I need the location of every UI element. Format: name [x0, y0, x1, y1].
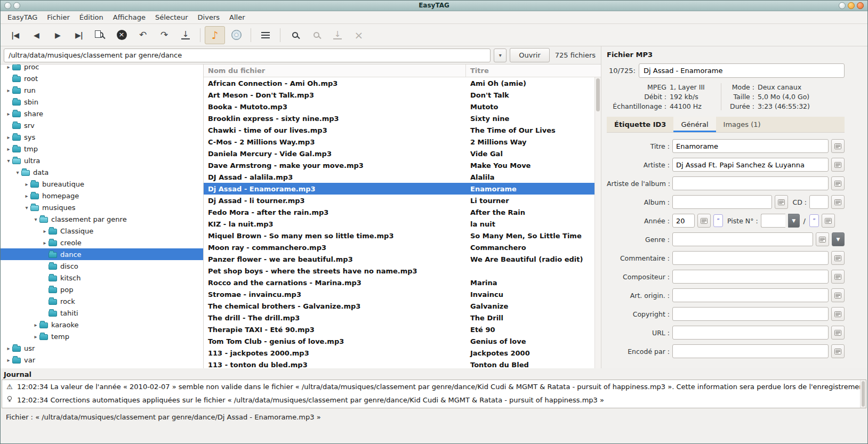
expander-closed-icon[interactable]: ▸ — [5, 64, 12, 70]
tree-item-share[interactable]: ▸share — [1, 108, 203, 119]
expander-open-icon[interactable]: ▾ — [14, 169, 21, 175]
file-row[interactable]: African Connection - Ami Oh.mp3Ami Oh (a… — [204, 77, 601, 89]
apply-year-to-selection-button[interactable] — [697, 214, 711, 228]
file-row[interactable]: 113 - tonton du bled.mp3Tonton du Bled — [204, 359, 601, 368]
filename-input[interactable] — [639, 63, 845, 78]
file-row[interactable]: Pet shop boys - where the streets have n… — [204, 265, 601, 277]
remove-tags-button[interactable]: × — [111, 26, 132, 44]
tree-item-dance[interactable]: dance — [1, 248, 203, 260]
file-row[interactable]: Art Meson - Don't Talk.mp3Don't Talk — [204, 89, 601, 101]
expander-closed-icon[interactable]: ▸ — [5, 87, 12, 93]
tree-item-srv[interactable]: srv — [1, 119, 203, 131]
apply-orig-artist-to-selection-button[interactable] — [831, 288, 845, 302]
year-repeat-button[interactable]: ” — [713, 214, 723, 227]
column-header-title[interactable]: Titre — [466, 64, 601, 77]
expander-closed-icon[interactable]: ▸ — [5, 357, 12, 363]
menu-item-divers[interactable]: Divers — [193, 11, 224, 23]
file-row[interactable]: KIZ - la nuit.mp3la nuit — [204, 218, 601, 230]
expander-closed-icon[interactable]: ▸ — [32, 334, 39, 340]
menu-item-selecteur[interactable]: Sélecteur — [150, 11, 193, 23]
expander-closed-icon[interactable]: ▸ — [32, 322, 39, 328]
apply-artist-to-selection-button[interactable] — [831, 158, 845, 172]
file-row[interactable]: Panzer flower - we are beautiful.mp3We A… — [204, 253, 601, 265]
expander-open-icon[interactable]: ▾ — [23, 205, 30, 211]
file-row[interactable]: Brooklin express - sixty nine.mp3Sixty n… — [204, 112, 601, 124]
composer-input[interactable] — [672, 270, 829, 284]
apply-album-to-selection-button[interactable] — [775, 195, 788, 209]
tree-item-karaoke[interactable]: ▸karaoke — [1, 319, 203, 330]
save-files-button[interactable]: ↓ — [175, 26, 196, 44]
file-row[interactable]: Therapie TAXI - Eté 90.mp3Eté 90 — [204, 324, 601, 335]
track-number-dropdown-button[interactable]: ▼ — [788, 214, 800, 228]
genre-dropdown-button[interactable]: ▼ — [832, 232, 845, 246]
apply-title-to-selection-button[interactable] — [831, 139, 845, 153]
tree-item-classement-par-genre[interactable]: ▾classement par genre — [1, 213, 203, 225]
tree-item-creole[interactable]: ▸creole — [1, 237, 203, 248]
file-row[interactable]: Dj Assad - Enamorame.mp3Enamorame — [204, 183, 601, 195]
replace-button[interactable] — [306, 26, 326, 44]
file-row[interactable]: Tom Tom Club - genius of love.mp3Genius … — [204, 335, 601, 347]
journal-scrollbar[interactable] — [860, 380, 866, 408]
close-button[interactable] — [857, 2, 864, 9]
redo-button[interactable]: ↷ — [154, 26, 174, 44]
menu-item-edition[interactable]: Édition — [75, 11, 108, 23]
file-row[interactable]: Rocco and the carnations - Marina.mp3Mar… — [204, 277, 601, 288]
tree-item-rock[interactable]: rock — [1, 295, 203, 307]
expander-closed-icon[interactable]: ▸ — [23, 193, 30, 199]
track-number-input[interactable] — [761, 214, 785, 228]
undo-button[interactable]: ↶ — [133, 26, 153, 44]
tree-item-tmp[interactable]: ▸tmp — [1, 143, 203, 155]
expander-open-icon[interactable]: ▾ — [5, 158, 12, 164]
tree-item-sbin[interactable]: sbin — [1, 96, 203, 108]
tree-item-var[interactable]: ▸var — [1, 354, 203, 366]
cd-input[interactable] — [809, 195, 829, 209]
expander-closed-icon[interactable]: ▸ — [5, 134, 12, 140]
file-row[interactable]: Dave Armstrong - make your move.mp3Make … — [204, 159, 601, 171]
apply-encoded-by-to-selection-button[interactable] — [831, 344, 845, 358]
music-note-button[interactable]: ♪ — [205, 26, 225, 44]
file-row[interactable]: Booka - Mutoto.mp3Mutoto — [204, 101, 601, 112]
tree-item-run[interactable]: ▸run — [1, 84, 203, 96]
tree-item-temp[interactable]: ▸temp — [1, 330, 203, 342]
tree-item-classique[interactable]: ▸Classique — [1, 225, 203, 237]
tree-item-homepage[interactable]: ▸homepage — [1, 190, 203, 201]
go-last-button[interactable]: ▶| — [69, 26, 89, 44]
path-input[interactable] — [4, 49, 491, 62]
tab-etiquette-id3[interactable]: Étiquette ID3 — [607, 117, 673, 132]
file-row[interactable]: Fedo Mora - after the rain.mp3After the … — [204, 206, 601, 218]
tab-general[interactable]: Général — [673, 117, 716, 132]
menu-item-fichier[interactable]: Fichier — [42, 11, 75, 23]
tree-item-bureautique[interactable]: ▸bureautique — [1, 178, 203, 190]
comment-input[interactable] — [672, 251, 829, 265]
tree-item-proc[interactable]: ▸proc — [1, 64, 203, 72]
orig-artist-input[interactable] — [672, 288, 829, 302]
expander-closed-icon[interactable]: ▸ — [5, 146, 12, 152]
menu-item-easytag[interactable]: EasyTAG — [3, 11, 42, 23]
tree-item-disco[interactable]: disco — [1, 260, 203, 272]
scrollbar-thumb[interactable] — [596, 78, 600, 111]
album-input[interactable] — [672, 195, 772, 209]
go-first-button[interactable]: |◀ — [5, 26, 25, 44]
track-repeat-button[interactable]: ” — [809, 214, 819, 227]
tree-item-pop[interactable]: pop — [1, 284, 203, 295]
maximize-button[interactable] — [848, 2, 855, 9]
album-artist-input[interactable] — [672, 176, 829, 190]
tree-item-kitsch[interactable]: kitsch — [1, 272, 203, 284]
apply-url-to-selection-button[interactable] — [831, 326, 845, 340]
expander-closed-icon[interactable]: ▸ — [5, 345, 12, 351]
apply-comment-to-selection-button[interactable] — [831, 251, 845, 265]
menu-item-aller[interactable]: Aller — [224, 11, 250, 23]
file-row[interactable]: Chawki - time of our lives.mp3The Time o… — [204, 124, 601, 136]
year-input[interactable] — [672, 214, 695, 228]
open-button[interactable]: Ouvrir — [510, 48, 549, 62]
artist-input[interactable] — [672, 158, 829, 172]
path-dropdown-button[interactable]: ▾ — [494, 49, 507, 62]
file-row[interactable]: Dj Assad - li tourner.mp3Li tourner — [204, 195, 601, 206]
download-button[interactable]: ↓ — [327, 26, 348, 44]
genre-input[interactable] — [672, 232, 813, 246]
apply-composer-to-selection-button[interactable] — [831, 270, 845, 284]
tree-item-ultra[interactable]: ▾ultra — [1, 155, 203, 166]
minimize-button[interactable] — [839, 2, 846, 9]
tree-item-tahiti[interactable]: tahiti — [1, 307, 203, 319]
expander-closed-icon[interactable]: ▸ — [5, 111, 12, 117]
